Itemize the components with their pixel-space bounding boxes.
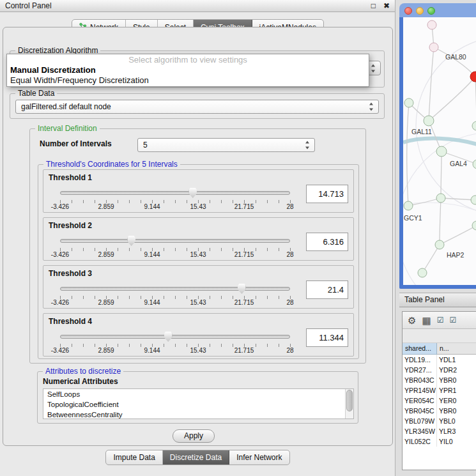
cell[interactable]: YER0 — [437, 395, 476, 406]
tick-label: 28 — [286, 203, 293, 210]
tick-label: 21.715 — [234, 251, 254, 258]
column-header-shared-name[interactable]: shared... — [403, 343, 437, 355]
number-of-intervals-combo[interactable]: 5 — [137, 138, 315, 152]
table-row[interactable]: YPR145WYPR1 — [403, 385, 476, 395]
cell[interactable]: YBR0 — [437, 375, 476, 385]
list-item[interactable]: BetweennessCentrality — [43, 410, 353, 419]
table-row[interactable]: YER054CYER0 — [403, 395, 476, 406]
tick-label: -3.426 — [51, 251, 69, 258]
close-button[interactable] — [404, 7, 412, 15]
table-row[interactable]: YDL19...YDL1 — [403, 355, 476, 365]
node[interactable] — [418, 268, 427, 277]
threshold-slider[interactable] — [60, 236, 290, 247]
cell[interactable]: YIL052C — [403, 436, 437, 447]
popup-option-manual-discretization[interactable]: Manual Discretization — [7, 65, 369, 75]
node-hap2[interactable] — [435, 240, 444, 249]
scrollbar-thumb[interactable] — [346, 390, 353, 411]
node-selected-red[interactable] — [470, 72, 476, 82]
apply-button[interactable]: Apply — [173, 429, 215, 443]
node[interactable] — [427, 20, 436, 29]
minimize-button[interactable] — [416, 7, 424, 15]
table-panel-title: Table Panel — [404, 295, 445, 304]
node-gal11[interactable] — [424, 116, 434, 126]
tab-impute-data[interactable]: Impute Data — [106, 450, 162, 464]
node[interactable] — [473, 160, 476, 169]
tick-label: 28 — [286, 299, 293, 306]
cell[interactable]: YBR0 — [437, 406, 476, 416]
node[interactable] — [472, 221, 476, 230]
slider-track[interactable] — [60, 287, 290, 291]
slider-handle[interactable] — [238, 284, 246, 294]
cell[interactable]: YDR2 — [437, 365, 476, 375]
threshold-label: Threshold 1 — [49, 173, 92, 182]
slider-handle[interactable] — [127, 236, 135, 246]
number-of-intervals-label: Number of Intervals — [40, 139, 112, 148]
cell[interactable]: YER054C — [403, 395, 437, 406]
table-row[interactable]: YIL052CYIL0 — [403, 436, 476, 447]
cell[interactable]: YPR1 — [437, 385, 476, 395]
list-item[interactable]: SelfLoops — [43, 389, 353, 399]
network-canvas[interactable]: GAL80 GAL11 GAL4 GCY1 HAP2 — [403, 17, 476, 285]
checkbox-icon[interactable]: ☑ — [449, 316, 456, 325]
list-item[interactable]: TopologicalCoefficient — [43, 399, 353, 410]
threshold-row: Threshold 3 -3.426 2.859 9.144 15.43 21.… — [43, 265, 354, 309]
node[interactable] — [404, 98, 413, 107]
list-scrollbar[interactable] — [345, 389, 353, 418]
node-gcy1[interactable] — [404, 201, 413, 210]
edge-highlighted[interactable] — [403, 139, 476, 145]
combo-arrows-icon — [371, 64, 376, 72]
threshold-slider[interactable] — [60, 284, 290, 295]
table-data-combo[interactable]: galFiltered.sif default node — [15, 100, 379, 114]
zoom-button[interactable] — [427, 7, 435, 15]
popup-option-equal-width[interactable]: Equal Width/Frequency Discretization — [7, 75, 369, 86]
tick-label: 15.43 — [190, 299, 206, 306]
threshold-slider[interactable] — [60, 188, 290, 199]
cell[interactable]: YDR27... — [403, 365, 437, 375]
cell[interactable]: YBL079W — [403, 416, 437, 426]
group-label: Table Data — [15, 89, 57, 98]
slider-track[interactable] — [60, 191, 290, 195]
checkbox-icon[interactable]: ☑ — [437, 316, 444, 325]
node-gal4[interactable] — [436, 146, 447, 157]
node[interactable] — [436, 194, 445, 203]
cell[interactable]: YLR3 — [437, 426, 476, 436]
slider-track[interactable] — [60, 335, 290, 339]
cell[interactable]: YBR043C — [403, 375, 437, 385]
table-row[interactable]: YLR345WYLR3 — [403, 426, 476, 436]
cell[interactable]: YPR145W — [403, 385, 437, 395]
threshold-label: Threshold 3 — [49, 269, 92, 278]
tick-label: -3.426 — [51, 203, 69, 210]
tab-infer-network[interactable]: Infer Network — [229, 450, 289, 464]
table-row[interactable]: YBR045CYBR0 — [403, 406, 476, 416]
close-icon[interactable]: ✖ — [383, 2, 390, 10]
table-row[interactable]: YBL079WYBL0 — [403, 416, 476, 426]
cell[interactable]: YLR345W — [403, 426, 437, 436]
slider-handle[interactable] — [188, 188, 197, 198]
cell[interactable]: YBR045C — [403, 406, 437, 416]
tick-label: 15.43 — [190, 203, 206, 210]
threshold-value-field[interactable]: 14.713 — [306, 185, 348, 203]
cell[interactable]: YDL19... — [403, 355, 437, 365]
numerical-attributes-label: Numerical Attributes — [43, 377, 118, 386]
cell[interactable]: YIL0 — [437, 436, 476, 447]
column-header-name[interactable]: n... — [437, 343, 476, 355]
tick-label: 9.144 — [144, 299, 160, 306]
cell[interactable]: YBL0 — [437, 416, 476, 426]
threshold-value-field[interactable]: 11.344 — [306, 328, 348, 347]
threshold-value-field[interactable]: 6.316 — [306, 233, 348, 251]
threshold-slider[interactable] — [60, 332, 290, 342]
tab-discretize-data[interactable]: Discretize Data — [163, 450, 229, 464]
slider-handle[interactable] — [164, 332, 173, 342]
cell[interactable]: YDL1 — [437, 355, 476, 365]
columns-icon[interactable]: ▦ — [422, 316, 431, 325]
table-row[interactable]: YDR27...YDR2 — [403, 365, 476, 375]
node[interactable] — [472, 121, 476, 130]
table-row[interactable]: YBR043CYBR0 — [403, 375, 476, 385]
node[interactable] — [471, 196, 476, 204]
gear-icon[interactable]: ⚙ — [408, 316, 416, 325]
node-gal80[interactable] — [429, 43, 438, 52]
slider-track[interactable] — [60, 239, 290, 243]
threshold-value-field[interactable]: 21.4 — [306, 280, 348, 299]
tick-label: 9.144 — [144, 347, 160, 354]
float-window-icon[interactable]: □ — [371, 2, 376, 10]
